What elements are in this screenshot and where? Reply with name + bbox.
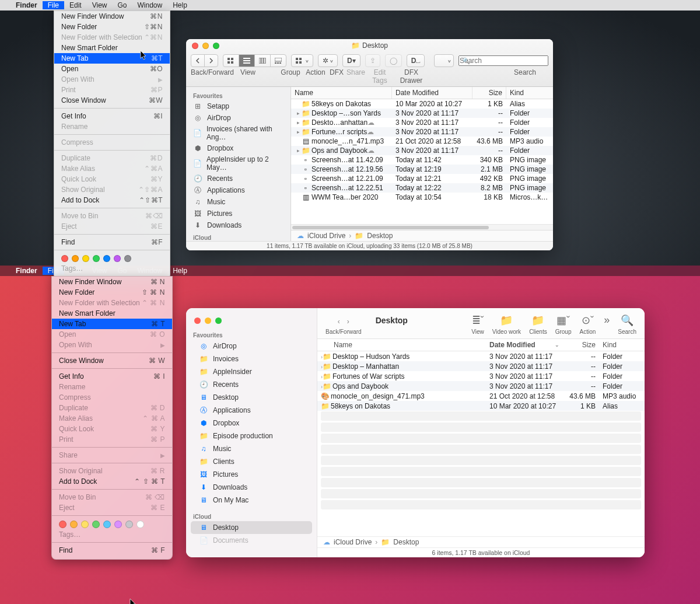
sidebar-item-appleinsider-up-to-may-[interactable]: 📄AppleInsider up to 2 May… — [186, 154, 290, 173]
file-row[interactable]: ▫Screensh…at 12.21.09Today at 12:21492 K… — [291, 174, 553, 183]
finder-window-bigsur[interactable]: Favourites ◎AirDrop📁Invoices📁AppleInside… — [186, 308, 645, 557]
path-dropdown[interactable]: ⅴ — [434, 54, 454, 67]
file-row[interactable]: ▸📁Deskto…anhattan ☁︎3 Nov 2020 at 11:17-… — [291, 118, 553, 127]
path-icloud[interactable]: iCloud Drive — [334, 538, 372, 546]
menuitem-get-info[interactable]: Get Info⌘ I — [52, 371, 172, 382]
sidebar-item-episode-production[interactable]: 📁Episode production — [191, 430, 312, 442]
disclosure-triangle-icon[interactable]: ▸ — [295, 110, 302, 116]
file-menu-dropdown[interactable]: New Finder Window⌘ NNew Folder⇧ ⌘ NNew F… — [51, 276, 173, 560]
tag-color-row[interactable] — [52, 518, 172, 529]
tag-color-row[interactable] — [54, 253, 170, 263]
sidebar-item-downloads[interactable]: ⬇︎Downloads — [191, 481, 312, 494]
search-field[interactable] — [459, 55, 548, 66]
menuitem-close-window[interactable]: Close Window⌘ W — [52, 355, 172, 366]
forward-button[interactable]: › — [345, 316, 352, 327]
file-row[interactable]: 📁58keys on Dakotas10 Mar 2020 at 10:271 … — [317, 401, 645, 411]
action-button[interactable]: ⊙ˇAction — [580, 314, 596, 335]
share-button[interactable]: ⇪ — [365, 54, 380, 67]
col-size[interactable]: Size — [563, 339, 599, 351]
file-row[interactable]: ▤monocle_…n_471.mp321 Oct 2020 at 12:584… — [291, 137, 553, 146]
menuitem-add-to-dock[interactable]: Add to Dock⌃ ⇧ ⌘ T — [52, 476, 172, 487]
tag-color-dot[interactable] — [82, 255, 89, 262]
minimize-window-icon[interactable] — [202, 43, 209, 49]
sidebar-item-invoices-shared-with-ang-[interactable]: 📄Invoices (shared with Ang… — [186, 124, 290, 142]
menubar-item-window[interactable]: Window — [132, 1, 168, 9]
edit-tags-button[interactable]: ◯ — [385, 54, 402, 67]
tag-color-dot[interactable] — [136, 521, 144, 528]
view-columns[interactable] — [255, 55, 271, 67]
path-desktop[interactable]: Desktop — [367, 232, 393, 240]
sidebar-item-setapp[interactable]: ⊞Setapp — [186, 100, 290, 112]
view-button[interactable]: ≣ˇView — [471, 314, 484, 335]
tag-color-dot[interactable] — [124, 255, 131, 262]
dfx-drawer-button[interactable]: D⎵ — [407, 54, 425, 67]
sidebar-item-dropbox[interactable]: ⬢Dropbox — [186, 142, 290, 154]
menubar-item-help[interactable]: Help — [167, 1, 192, 9]
tag-color-dot[interactable] — [103, 255, 110, 262]
file-menu-dropdown[interactable]: New Finder Window⌘NNew Folder⇧⌘NNew Fold… — [54, 11, 170, 278]
file-row[interactable]: ▸📁Ops and Daybook ☁︎3 Nov 2020 at 11:17-… — [291, 146, 553, 155]
menuitem-new-finder-window[interactable]: New Finder Window⌘N — [54, 11, 170, 22]
view-mode-group[interactable] — [223, 54, 286, 67]
close-window-icon[interactable] — [194, 317, 201, 324]
path-icloud[interactable]: iCloud Drive — [307, 232, 345, 240]
file-row[interactable]: 🎨monocle_on_design_471.mp321 Oct 2020 at… — [317, 391, 645, 401]
sidebar-item-pictures[interactable]: 🖼Pictures — [191, 468, 312, 481]
tag-color-dot[interactable] — [103, 521, 111, 528]
tag-color-dot[interactable] — [114, 255, 121, 262]
col-date[interactable]: Date Modified⌄ — [486, 339, 563, 351]
menuitem-open[interactable]: Open⌘O — [54, 64, 170, 74]
folder-videowork[interactable]: 📁Video work — [492, 314, 521, 335]
horizontal-scrollbar[interactable] — [291, 224, 553, 230]
tag-color-dot[interactable] — [72, 255, 79, 262]
tag-color-dot[interactable] — [61, 255, 68, 262]
col-kind[interactable]: Kind — [599, 339, 645, 351]
close-window-icon[interactable] — [192, 43, 198, 49]
sidebar[interactable]: Favourites ◎AirDrop📁Invoices📁AppleInside… — [186, 308, 317, 557]
dfx-button[interactable]: D▾ — [342, 54, 360, 67]
sidebar-item-music[interactable]: ♫Music — [191, 442, 312, 455]
sidebar-item-invoices[interactable]: 📁Invoices — [191, 352, 312, 365]
file-row[interactable]: ▫Screensh…at 11.42.09Today at 11:42340 K… — [291, 155, 553, 165]
menubar-catalina[interactable]: Finder FileEditViewGoWindowHelp — [0, 0, 700, 11]
menuitem-close-window[interactable]: Close Window⌘W — [54, 95, 170, 106]
menuitem-add-to-dock[interactable]: Add to Dock⌃⇧⌘T — [54, 195, 170, 205]
menuitem-find[interactable]: Find⌘F — [54, 237, 170, 247]
col-size[interactable]: Size — [473, 87, 506, 99]
file-row[interactable]: ▥WWM Tea…ber 2020Today at 10:5418 KBMicr… — [291, 193, 553, 202]
file-row[interactable]: ›📁Fortunes of War scripts3 Nov 2020 at 1… — [317, 371, 645, 381]
sidebar-item-clients[interactable]: 📁Clients — [191, 455, 312, 468]
tag-color-dot[interactable] — [92, 521, 100, 528]
zoom-window-icon[interactable] — [213, 43, 219, 49]
view-list[interactable] — [239, 55, 255, 67]
menubar-app[interactable]: Finder — [10, 266, 43, 276]
file-row[interactable]: ▸📁Fortune…r scripts ☁︎3 Nov 2020 at 11:1… — [291, 127, 553, 137]
back-forward-group[interactable]: ‹› — [335, 316, 352, 327]
back-button[interactable]: ‹ — [335, 316, 342, 327]
menubar-item-go[interactable]: Go — [113, 1, 132, 9]
path-desktop[interactable]: Desktop — [393, 538, 419, 546]
menubar-item-edit[interactable]: Edit — [64, 1, 87, 9]
list-header[interactable]: Name Date Modified⌄ Size Kind — [317, 339, 645, 351]
tag-color-dot[interactable] — [125, 521, 133, 528]
path-bar[interactable]: ☁︎iCloud Drive › 📁Desktop — [291, 230, 553, 241]
minimize-window-icon[interactable] — [205, 317, 211, 324]
file-row[interactable]: ›📁Ops and Daybook3 Nov 2020 at 11:17--Fo… — [317, 381, 645, 391]
tag-color-dot[interactable] — [93, 255, 100, 262]
menuitem-new-smart-folder[interactable]: New Smart Folder — [54, 43, 170, 53]
menuitem-new-tab[interactable]: New Tab⌘T — [54, 53, 170, 64]
tag-color-dot[interactable] — [70, 521, 78, 528]
menuitem-new-folder[interactable]: New Folder⇧ ⌘ N — [52, 287, 172, 298]
sidebar-item-applications[interactable]: ⒶApplications — [191, 404, 312, 417]
sidebar-item-desktop[interactable]: 🖥Desktop — [191, 391, 312, 404]
finder-window-catalina[interactable]: 📁Desktop ⅴ ✲ⅴ D▾ ⇪ ◯ D⎵ — [186, 39, 553, 250]
sidebar-item-music[interactable]: ♫Music — [186, 196, 290, 208]
sidebar-item-airdrop[interactable]: ◎AirDrop — [191, 340, 312, 352]
sidebar-item-desktop[interactable]: 🖥Desktop — [191, 521, 312, 534]
tag-color-dot[interactable] — [114, 521, 122, 528]
search-button[interactable]: 🔍Search — [618, 314, 636, 335]
group-button[interactable]: ⅴ — [291, 54, 313, 67]
view-icons[interactable] — [223, 55, 239, 67]
menubar-item-file[interactable]: File — [43, 1, 64, 9]
disclosure-triangle-icon[interactable]: ▸ — [295, 148, 302, 153]
